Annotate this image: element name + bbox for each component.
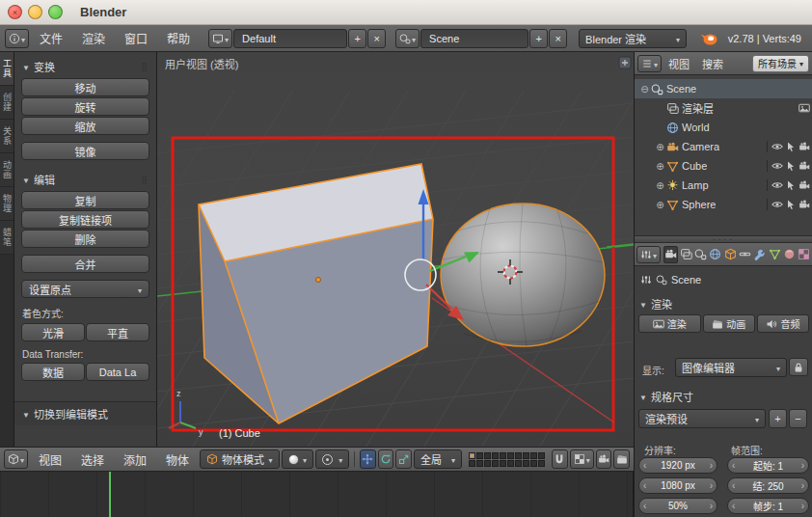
tool-tab-physics[interactable]: 物理: [0, 187, 14, 221]
layout-add-button[interactable]: +: [348, 29, 366, 48]
mirror-button[interactable]: 镜像: [21, 142, 149, 160]
selectable-cursor-icon[interactable]: [785, 179, 797, 191]
renderable-camera-icon[interactable]: [798, 179, 810, 191]
layer-cell[interactable]: [538, 460, 545, 467]
tab-material[interactable]: [782, 246, 796, 263]
renderable-camera-icon[interactable]: [798, 199, 810, 210]
menu-object[interactable]: 物体: [157, 451, 198, 468]
outliner-row-renderlayers[interactable]: 渲染层: [635, 98, 812, 118]
window-maximize-button[interactable]: [48, 5, 63, 19]
tool-tab-relations[interactable]: 关系: [0, 120, 14, 153]
3d-viewport[interactable]: z y 用户视图 (透视) (1) Cube: [157, 52, 634, 447]
shade-flat-button[interactable]: 平直: [86, 323, 149, 341]
expander-icon[interactable]: ⊕: [654, 142, 666, 152]
tab-texture[interactable]: [798, 246, 811, 263]
editor-type-menu-properties[interactable]: [636, 246, 661, 263]
manipulator-translate-button[interactable]: [360, 449, 376, 469]
tool-tab-create[interactable]: 创建: [0, 86, 14, 120]
outliner-row-sphere[interactable]: ⊕ Sphere: [635, 195, 812, 214]
mode-dropdown[interactable]: 物体模式: [200, 449, 279, 469]
outliner-row-world[interactable]: World: [635, 118, 812, 137]
outliner-row-lamp[interactable]: ⊕ Lamp: [635, 176, 812, 195]
visibility-eye-icon[interactable]: [771, 141, 783, 152]
visibility-eye-icon[interactable]: [771, 160, 783, 172]
snap-element-dropdown[interactable]: [570, 449, 594, 469]
render-button[interactable]: 渲染: [638, 314, 701, 333]
layer-cell[interactable]: [500, 460, 506, 467]
scene-add-button[interactable]: +: [529, 29, 548, 48]
frame-start-field[interactable]: 起始: 1: [727, 457, 809, 474]
layer-cell[interactable]: [484, 452, 491, 459]
layer-cell[interactable]: [507, 452, 514, 459]
render-engine-dropdown[interactable]: Blender 渲染: [579, 29, 687, 48]
set-origin-menu[interactable]: 设置原点: [21, 280, 149, 298]
expander-icon[interactable]: ⊕: [654, 180, 666, 191]
layer-cell[interactable]: [507, 460, 514, 467]
render-display-dropdown[interactable]: 图像编辑器: [675, 358, 787, 377]
render-audio-button[interactable]: 音频: [757, 314, 809, 333]
menu-add[interactable]: 添加: [115, 451, 155, 468]
tab-constraints[interactable]: [738, 246, 751, 263]
editor-type-menu-info[interactable]: [5, 29, 29, 48]
panel-drag-dots-icon[interactable]: ⣿: [141, 175, 149, 184]
menu-window[interactable]: 窗口: [116, 30, 156, 46]
layer-cell[interactable]: [469, 460, 475, 467]
translate-button[interactable]: 移动: [21, 78, 149, 96]
layer-cell[interactable]: [476, 460, 483, 467]
join-button[interactable]: 合并: [21, 255, 149, 273]
scene-name-field[interactable]: Scene: [420, 29, 528, 48]
scale-button[interactable]: 缩放: [21, 117, 149, 135]
layout-name-field[interactable]: Default: [233, 29, 347, 48]
image-icon[interactable]: [798, 102, 810, 114]
outliner-display-filter-dropdown[interactable]: 所有场景: [752, 55, 809, 72]
tab-render-layers[interactable]: [679, 246, 692, 263]
preset-remove-button[interactable]: −: [789, 409, 807, 428]
layer-cell[interactable]: [530, 452, 537, 459]
viewport-shading-dropdown[interactable]: [282, 449, 314, 469]
panel-header-dimensions[interactable]: 规格尺寸: [638, 386, 694, 407]
layout-browse-button[interactable]: [208, 29, 232, 48]
resolution-y-field[interactable]: 1080 px: [638, 477, 717, 494]
outliner-menu-search[interactable]: 搜索: [696, 56, 729, 71]
editor-type-menu-outliner[interactable]: [637, 55, 662, 72]
lock-interface-button[interactable]: [789, 358, 808, 376]
outliner-row-scene[interactable]: ⊖ Scene: [635, 79, 812, 98]
layer-cell[interactable]: [484, 460, 491, 467]
layer-cell[interactable]: [538, 452, 545, 459]
preset-add-button[interactable]: +: [769, 409, 787, 428]
tool-tab-grease-pencil[interactable]: 蜡笔: [0, 221, 14, 255]
scene-delete-button[interactable]: ×: [549, 29, 567, 48]
layer-cell[interactable]: [500, 452, 506, 459]
pivot-point-dropdown[interactable]: [315, 449, 349, 469]
tool-tab-animation[interactable]: 动画: [0, 153, 14, 187]
tab-object-data[interactable]: [768, 246, 781, 263]
selectable-cursor-icon[interactable]: [785, 160, 797, 172]
opengl-render-button[interactable]: [596, 449, 612, 469]
layer-cell[interactable]: [515, 452, 522, 459]
window-minimize-button[interactable]: [28, 5, 42, 19]
data-transfer-layout-button[interactable]: Data La: [86, 363, 149, 381]
layer-cell[interactable]: [523, 452, 529, 459]
duplicate-linked-button[interactable]: 复制链接项: [21, 210, 149, 229]
rotate-button[interactable]: 旋转: [21, 97, 149, 116]
pin-icon[interactable]: [640, 274, 652, 286]
viewport-canvas[interactable]: z y 用户视图 (透视) (1) Cube: [157, 52, 634, 447]
outliner-menu-view[interactable]: 视图: [663, 56, 695, 71]
tab-render[interactable]: [663, 246, 678, 263]
visibility-eye-icon[interactable]: [771, 179, 783, 191]
resolution-percentage-field[interactable]: 50%: [638, 498, 717, 514]
panel-header-render[interactable]: 渲染: [638, 293, 673, 314]
layers-widget[interactable]: [469, 452, 545, 467]
menu-select[interactable]: 选择: [72, 451, 113, 468]
editor-type-menu-3d-view[interactable]: [4, 449, 28, 469]
snap-toggle-button[interactable]: [552, 449, 568, 469]
layer-cell[interactable]: [476, 452, 483, 459]
menu-render[interactable]: 渲染: [73, 30, 114, 46]
tab-object[interactable]: [723, 246, 737, 263]
render-animation-button[interactable]: 动画: [703, 314, 755, 333]
layout-delete-button[interactable]: ×: [367, 29, 386, 48]
scene-browse-button[interactable]: [395, 29, 420, 48]
sphere-object[interactable]: [441, 204, 605, 346]
resolution-x-field[interactable]: 1920 px: [638, 457, 717, 474]
frame-step-field[interactable]: 帧步: 1: [727, 498, 809, 514]
